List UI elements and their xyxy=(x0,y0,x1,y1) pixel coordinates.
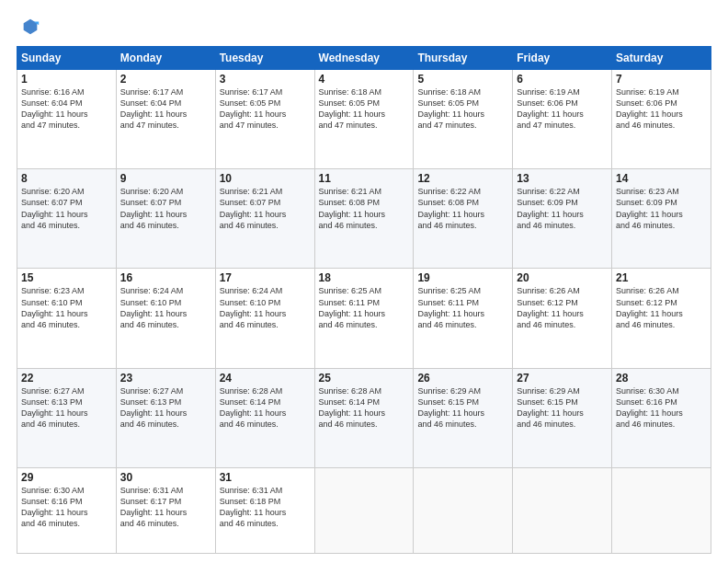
day-info: Sunrise: 6:19 AMSunset: 6:06 PMDaylight:… xyxy=(616,86,707,132)
day-info: Sunrise: 6:21 AMSunset: 6:07 PMDaylight:… xyxy=(220,186,311,231)
calendar-day-cell: 7Sunrise: 6:19 AMSunset: 6:06 PMDaylight… xyxy=(612,70,711,169)
day-info: Sunrise: 6:22 AMSunset: 6:09 PMDaylight:… xyxy=(517,186,608,231)
day-info: Sunrise: 6:24 AMSunset: 6:10 PMDaylight:… xyxy=(220,285,311,330)
calendar-header-cell: Friday xyxy=(513,47,612,70)
day-number: 15 xyxy=(21,271,112,284)
calendar-week-row: 29Sunrise: 6:30 AMSunset: 6:16 PMDayligh… xyxy=(17,467,711,553)
day-info: Sunrise: 6:26 AMSunset: 6:12 PMDaylight:… xyxy=(517,285,608,330)
calendar-header-cell: Tuesday xyxy=(215,47,314,70)
calendar-day-cell: 11Sunrise: 6:21 AMSunset: 6:08 PMDayligh… xyxy=(314,169,414,269)
day-info: Sunrise: 6:19 AMSunset: 6:06 PMDaylight:… xyxy=(517,86,608,132)
calendar-body: 1Sunrise: 6:16 AMSunset: 6:04 PMDaylight… xyxy=(17,70,711,554)
calendar-week-row: 15Sunrise: 6:23 AMSunset: 6:10 PMDayligh… xyxy=(17,269,711,368)
calendar-day-cell: 15Sunrise: 6:23 AMSunset: 6:10 PMDayligh… xyxy=(17,269,117,368)
day-info: Sunrise: 6:25 AMSunset: 6:11 PMDaylight:… xyxy=(319,285,410,330)
day-number: 24 xyxy=(220,372,311,385)
calendar-day-cell: 1Sunrise: 6:16 AMSunset: 6:04 PMDaylight… xyxy=(17,70,117,169)
day-number: 19 xyxy=(417,271,508,284)
day-info: Sunrise: 6:24 AMSunset: 6:10 PMDaylight:… xyxy=(120,285,211,330)
calendar-day-cell: 12Sunrise: 6:22 AMSunset: 6:08 PMDayligh… xyxy=(414,169,513,269)
calendar-day-cell: 31Sunrise: 6:31 AMSunset: 6:18 PMDayligh… xyxy=(215,467,314,553)
calendar-day-cell: 25Sunrise: 6:28 AMSunset: 6:14 PMDayligh… xyxy=(314,368,414,467)
day-info: Sunrise: 6:27 AMSunset: 6:13 PMDaylight:… xyxy=(120,385,211,431)
day-info: Sunrise: 6:30 AMSunset: 6:16 PMDaylight:… xyxy=(21,485,112,530)
calendar-day-cell: 30Sunrise: 6:31 AMSunset: 6:17 PMDayligh… xyxy=(116,467,215,553)
calendar-day-cell: 5Sunrise: 6:18 AMSunset: 6:05 PMDaylight… xyxy=(414,70,513,169)
calendar-header-cell: Sunday xyxy=(17,47,117,70)
day-number: 14 xyxy=(616,172,707,185)
day-number: 6 xyxy=(517,73,608,86)
calendar-day-cell: 26Sunrise: 6:29 AMSunset: 6:15 PMDayligh… xyxy=(414,368,513,467)
calendar-day-cell: 4Sunrise: 6:18 AMSunset: 6:05 PMDaylight… xyxy=(314,70,414,169)
day-number: 26 xyxy=(417,372,508,385)
calendar-day-cell: 2Sunrise: 6:17 AMSunset: 6:04 PMDaylight… xyxy=(116,70,215,169)
calendar-day-cell: 13Sunrise: 6:22 AMSunset: 6:09 PMDayligh… xyxy=(513,169,612,269)
day-number: 21 xyxy=(616,271,707,284)
calendar-day-cell: 21Sunrise: 6:26 AMSunset: 6:12 PMDayligh… xyxy=(612,269,711,368)
day-info: Sunrise: 6:30 AMSunset: 6:16 PMDaylight:… xyxy=(616,385,707,431)
day-info: Sunrise: 6:25 AMSunset: 6:11 PMDaylight:… xyxy=(417,285,508,330)
day-number: 11 xyxy=(319,172,410,185)
day-number: 17 xyxy=(220,271,311,284)
calendar-day-cell xyxy=(414,467,513,553)
day-number: 28 xyxy=(616,372,707,385)
day-info: Sunrise: 6:23 AMSunset: 6:09 PMDaylight:… xyxy=(616,186,707,231)
day-number: 4 xyxy=(319,73,410,86)
calendar-day-cell: 8Sunrise: 6:20 AMSunset: 6:07 PMDaylight… xyxy=(17,169,117,269)
day-number: 20 xyxy=(517,271,608,284)
header xyxy=(17,17,711,37)
day-info: Sunrise: 6:21 AMSunset: 6:08 PMDaylight:… xyxy=(319,186,410,231)
calendar-day-cell: 19Sunrise: 6:25 AMSunset: 6:11 PMDayligh… xyxy=(414,269,513,368)
calendar-day-cell: 9Sunrise: 6:20 AMSunset: 6:07 PMDaylight… xyxy=(116,169,215,269)
calendar-day-cell: 3Sunrise: 6:17 AMSunset: 6:05 PMDaylight… xyxy=(215,70,314,169)
day-info: Sunrise: 6:20 AMSunset: 6:07 PMDaylight:… xyxy=(21,186,112,231)
day-info: Sunrise: 6:17 AMSunset: 6:04 PMDaylight:… xyxy=(120,86,211,132)
day-number: 16 xyxy=(120,271,211,284)
day-info: Sunrise: 6:26 AMSunset: 6:12 PMDaylight:… xyxy=(616,285,707,330)
day-number: 8 xyxy=(21,172,112,185)
day-info: Sunrise: 6:18 AMSunset: 6:05 PMDaylight:… xyxy=(319,86,410,132)
calendar-week-row: 8Sunrise: 6:20 AMSunset: 6:07 PMDaylight… xyxy=(17,169,711,269)
day-info: Sunrise: 6:17 AMSunset: 6:05 PMDaylight:… xyxy=(220,86,311,132)
day-info: Sunrise: 6:31 AMSunset: 6:17 PMDaylight:… xyxy=(120,485,211,530)
day-info: Sunrise: 6:29 AMSunset: 6:15 PMDaylight:… xyxy=(517,385,608,431)
day-number: 22 xyxy=(21,372,112,385)
day-info: Sunrise: 6:23 AMSunset: 6:10 PMDaylight:… xyxy=(21,285,112,330)
day-number: 7 xyxy=(616,73,707,86)
day-number: 18 xyxy=(319,271,410,284)
logo-icon xyxy=(20,17,40,37)
day-info: Sunrise: 6:20 AMSunset: 6:07 PMDaylight:… xyxy=(120,186,211,231)
calendar-header-row: SundayMondayTuesdayWednesdayThursdayFrid… xyxy=(17,47,711,70)
day-number: 3 xyxy=(220,73,311,86)
day-number: 10 xyxy=(220,172,311,185)
calendar-day-cell xyxy=(612,467,711,553)
calendar-table: SundayMondayTuesdayWednesdayThursdayFrid… xyxy=(17,46,711,554)
day-info: Sunrise: 6:29 AMSunset: 6:15 PMDaylight:… xyxy=(417,385,508,431)
day-info: Sunrise: 6:16 AMSunset: 6:04 PMDaylight:… xyxy=(21,86,112,132)
calendar-day-cell: 27Sunrise: 6:29 AMSunset: 6:15 PMDayligh… xyxy=(513,368,612,467)
day-number: 5 xyxy=(417,73,508,86)
calendar-day-cell xyxy=(314,467,414,553)
day-info: Sunrise: 6:22 AMSunset: 6:08 PMDaylight:… xyxy=(417,186,508,231)
day-number: 9 xyxy=(120,172,211,185)
calendar-day-cell: 14Sunrise: 6:23 AMSunset: 6:09 PMDayligh… xyxy=(612,169,711,269)
calendar-header-cell: Wednesday xyxy=(314,47,414,70)
day-number: 29 xyxy=(21,471,112,484)
day-number: 13 xyxy=(517,172,608,185)
calendar-week-row: 22Sunrise: 6:27 AMSunset: 6:13 PMDayligh… xyxy=(17,368,711,467)
day-info: Sunrise: 6:31 AMSunset: 6:18 PMDaylight:… xyxy=(220,485,311,530)
day-number: 27 xyxy=(517,372,608,385)
calendar-day-cell: 16Sunrise: 6:24 AMSunset: 6:10 PMDayligh… xyxy=(116,269,215,368)
calendar-header-cell: Thursday xyxy=(414,47,513,70)
day-number: 1 xyxy=(21,73,112,86)
day-number: 31 xyxy=(220,471,311,484)
calendar-day-cell: 17Sunrise: 6:24 AMSunset: 6:10 PMDayligh… xyxy=(215,269,314,368)
calendar-day-cell: 6Sunrise: 6:19 AMSunset: 6:06 PMDaylight… xyxy=(513,70,612,169)
day-info: Sunrise: 6:28 AMSunset: 6:14 PMDaylight:… xyxy=(319,385,410,431)
calendar-day-cell: 18Sunrise: 6:25 AMSunset: 6:11 PMDayligh… xyxy=(314,269,414,368)
day-info: Sunrise: 6:18 AMSunset: 6:05 PMDaylight:… xyxy=(417,86,508,132)
day-info: Sunrise: 6:28 AMSunset: 6:14 PMDaylight:… xyxy=(220,385,311,431)
day-number: 12 xyxy=(417,172,508,185)
calendar-day-cell: 28Sunrise: 6:30 AMSunset: 6:16 PMDayligh… xyxy=(612,368,711,467)
calendar-day-cell: 20Sunrise: 6:26 AMSunset: 6:12 PMDayligh… xyxy=(513,269,612,368)
